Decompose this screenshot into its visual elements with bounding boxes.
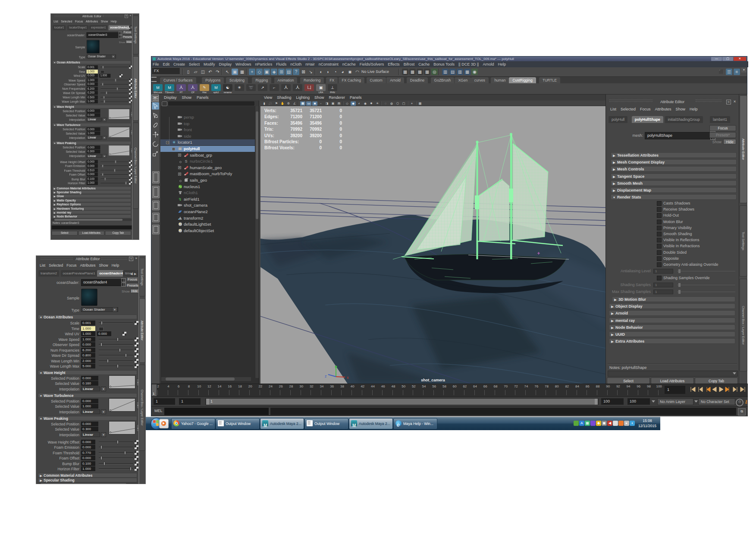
sv-field[interactable]: 0.000 [87,113,100,117]
construction-icon-0[interactable]: ◖ [317,69,324,75]
texture-icon[interactable] [135,456,138,460]
close-button[interactable]: ✕ [734,57,746,61]
slider-track[interactable] [100,80,128,81]
slider-handle[interactable] [102,173,103,176]
param-field[interactable]: 0.100 [87,177,98,181]
select-object-icon[interactable]: ▣ [232,69,238,75]
tab-scroll-right[interactable]: ▶ [129,26,131,29]
expander-plus[interactable]: + [178,173,181,176]
slider-track[interactable] [99,361,133,362]
current-time-field[interactable]: 1 [665,386,685,394]
menu-create[interactable]: Create [173,62,185,66]
slider-handle[interactable] [100,445,102,449]
outliner-item-humanscale_geo[interactable]: +humanScale_geo [160,165,259,171]
slider-handle[interactable] [115,160,116,163]
interp-select[interactable]: Linear [81,409,100,414]
lasso-tool[interactable] [152,112,159,119]
menu-ncache[interactable]: nCache [342,62,356,66]
playback-keyfwd-button[interactable] [725,386,732,394]
outliner-search-input[interactable] [168,101,254,106]
menu-nhair[interactable]: nHair [305,62,315,66]
time-slider[interactable]: 1246810121416182022242628303234363840424… [151,384,748,397]
viewport-tool-1[interactable]: 🎥 [268,101,273,106]
notes-bar[interactable] [608,371,738,377]
slider-handle[interactable] [104,462,105,466]
menu-bifrost[interactable]: Bifrost [404,62,415,66]
ae-section-meshcomponentdisplay[interactable]: ▶Mesh Component Display [611,159,737,165]
hide-button[interactable]: Hide [723,139,736,145]
snap-icon-0[interactable]: + [249,69,255,75]
viewport-tool-19[interactable]: ✸ [369,101,374,106]
new-scene-icon[interactable]: ▯ [185,69,191,75]
slider-handle[interactable] [104,96,105,99]
redo-icon[interactable]: ↷ [214,69,221,75]
expander-minus[interactable]: − [172,148,175,151]
slider-track[interactable] [99,344,133,345]
ae-button-copytab[interactable]: Copy Tab [695,378,738,384]
texture-icon[interactable] [129,83,132,86]
slider-handle[interactable] [102,66,104,69]
tab-scroll-left[interactable]: ◀ [130,272,133,276]
outliner-menu-show[interactable]: Show [182,95,192,100]
task-autodeskmaya2[interactable]: MAutodesk Maya 2... [260,418,304,429]
auto-key-icon[interactable]: ⏱ [736,399,743,406]
param-field[interactable]: 0.000 [87,173,98,176]
media-player-icon[interactable] [159,419,169,428]
range-start-field[interactable]: 1 [154,398,175,405]
range-min-field[interactable]: 1 [179,398,201,405]
section-nodebehavior[interactable]: ▶Node Behavior [52,214,131,218]
outliner-item-locator1[interactable]: −✳locator1 [160,139,259,145]
panel-menu-attributes[interactable]: Attributes [86,20,98,23]
viewport-tool-16[interactable]: ◆ [351,101,356,106]
checkbox-smoothshading[interactable] [657,232,662,236]
slider-handle[interactable] [117,440,119,444]
checkbox-opposite[interactable] [657,256,662,261]
ae-section-displacementmap[interactable]: ▶Displacement Map [611,187,737,193]
construction-icon-4[interactable]: ◙ [347,69,353,75]
panel-side-tab-toolsettings[interactable]: Tool Settings [139,258,145,296]
outliner-hscrollbar[interactable] [161,377,251,381]
texture-icon[interactable] [129,182,132,185]
sv-field[interactable]: 0.300 [87,150,100,154]
checkbox-receiveshadows[interactable] [657,207,662,212]
layout-preset-button-4[interactable] [152,225,160,234]
task-outputwindow[interactable]: Output Window [216,418,260,429]
outliner-item-airfield1[interactable]: ↯airField1 [160,196,259,202]
param-field2[interactable]: 1.000 [99,74,110,78]
viewport-menu-renderer[interactable]: Renderer [329,95,345,100]
param-field[interactable]: 1.000 [81,466,95,471]
slider-track[interactable] [99,458,133,459]
ae-close-icon[interactable]: ✕ [733,100,737,104]
script-editor-button[interactable]: ⧉ [738,408,746,415]
swatch-out[interactable] [121,278,126,282]
slider-handle[interactable] [124,451,126,455]
shelf-item-icon12[interactable]: ⼈ [293,84,302,91]
texture-icon[interactable] [129,160,132,163]
notes-box[interactable] [52,225,132,230]
ae-section-nodebehavior[interactable]: ▶Node Behavior [609,324,735,330]
param-field[interactable]: 0.000 [81,440,95,444]
slider-handle[interactable] [119,348,121,352]
outliner-item-polyhull[interactable]: −polyHull [160,146,259,152]
panel-tab-locator1[interactable]: locator1 [53,25,66,30]
task-outputwindow[interactable]: Output Window [304,418,348,429]
viewport-tool-22[interactable]: ◌ [383,101,388,106]
slider-track[interactable] [99,350,133,351]
slider-track[interactable] [100,174,128,175]
viewport[interactable]: zx ViewShadingLightingShowRendererPanels… [260,94,605,384]
panel-tab-transform2[interactable]: transform2 [38,270,59,277]
select-tool[interactable] [152,102,159,110]
tray-icon-10[interactable]: ◖ [630,421,635,426]
checkbox-visibleinreflections[interactable] [657,238,662,242]
section-hardwaretexturing[interactable]: ▶Hardware Texturing [52,206,131,210]
texture-icon[interactable] [135,343,138,346]
outliner-item-defaultobjectset[interactable]: defaultObjectSet [160,228,259,234]
slider-track[interactable] [100,166,128,167]
viewport-tool-11[interactable]: ◨ [324,101,329,106]
texture-icon[interactable] [129,164,132,167]
shelf-tab-custrigging[interactable]: CustRigging [509,77,536,83]
range-end-field[interactable]: 100 [627,398,650,405]
texture-icon[interactable] [135,321,138,325]
slider-track[interactable] [100,183,128,184]
checkbox-geometryantialiasingoverride[interactable] [657,262,662,267]
